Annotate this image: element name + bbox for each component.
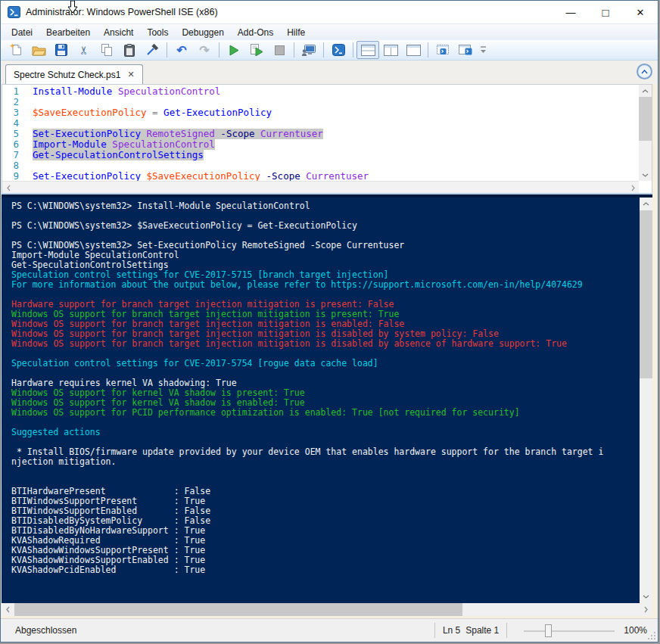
scroll-left-button[interactable] <box>2 603 14 616</box>
paste-button[interactable] <box>118 41 141 59</box>
chevron-left-icon <box>6 606 10 613</box>
scrollbar-thumb[interactable] <box>14 603 462 616</box>
scroll-down-button[interactable] <box>639 169 652 181</box>
start-powershell-exe-button[interactable] <box>327 41 350 59</box>
show-script-pane-button[interactable] <box>454 41 477 59</box>
status-bar: Abgeschlossen Ln 5 Spalte 1 100% <box>1 618 658 642</box>
menu-ansicht[interactable]: Ansicht <box>97 25 140 40</box>
resize-grip-icon[interactable] <box>648 632 656 640</box>
window-title: Administrator: Windows PowerShell ISE (x… <box>26 7 218 17</box>
scroll-left-button[interactable] <box>2 182 14 194</box>
undo-button[interactable]: ↶ <box>170 41 193 59</box>
console-line: KVAShadowPcidEnabled : True <box>11 565 640 575</box>
paste-clipboard-icon <box>124 44 135 57</box>
script-code: $SaveExecutionPolicy = Get-ExecutionPoli… <box>33 107 272 118</box>
script-pane-maximized-icon <box>406 45 421 56</box>
new-powershell-tab-button[interactable] <box>431 41 454 59</box>
editor-horizontal-scrollbar[interactable] <box>2 181 639 193</box>
scrollbar-thumb[interactable] <box>640 210 652 378</box>
line-number: 4 <box>2 118 33 129</box>
console-line: Suggested actions <box>11 428 640 437</box>
script-line: 5Set-ExecutionPolicy RemoteSigned -Scope… <box>2 129 639 139</box>
script-line: 6Import-Module SpeculationControl <box>2 139 639 150</box>
toolbar-separator <box>167 42 167 58</box>
show-script-pane-maximized-button[interactable] <box>402 41 425 59</box>
zoom-slider-track <box>524 630 615 632</box>
console-line: Windows OS support for PCID performance … <box>11 408 640 418</box>
redo-button[interactable]: ↷ <box>193 41 216 59</box>
console-line: PS C:\WINDOWS\system32> Install-Module S… <box>11 201 640 211</box>
script-pane-top-icon <box>361 45 375 56</box>
minimize-button[interactable]: — <box>553 1 588 23</box>
scroll-right-button[interactable] <box>640 603 652 616</box>
new-remote-powershell-tab-button[interactable] <box>297 41 320 59</box>
show-script-pane-right-button[interactable] <box>379 41 402 59</box>
maximize-button[interactable]: □ <box>588 1 623 23</box>
close-button[interactable]: ✕ <box>623 1 658 23</box>
console-line: Windows OS support for branch target inj… <box>11 339 640 349</box>
run-selection-button[interactable] <box>245 41 268 59</box>
menu-tools[interactable]: Tools <box>140 25 175 40</box>
mouse-cursor-down-arrow-icon <box>67 1 78 14</box>
menu-hilfe[interactable]: Hilfe <box>280 25 312 40</box>
zoom-slider-thumb[interactable] <box>545 624 552 637</box>
toolbar-separator <box>219 42 219 58</box>
menu-bearbeiten[interactable]: Bearbeiten <box>39 25 97 40</box>
status-separator <box>506 623 507 638</box>
console-vertical-scrollbar[interactable] <box>640 198 652 603</box>
save-script-button[interactable] <box>50 41 73 59</box>
show-script-pane-top-button[interactable] <box>356 41 379 59</box>
menu-datei[interactable]: Datei <box>5 25 39 40</box>
powershell-ise-window: Administrator: Windows PowerShell ISE (x… <box>0 0 658 642</box>
scroll-up-button[interactable] <box>640 198 652 210</box>
run-script-icon <box>229 45 239 56</box>
scrollbar-thumb[interactable] <box>639 97 652 141</box>
toolbar-options-button[interactable] <box>477 41 489 59</box>
toolbar-separator <box>353 42 353 58</box>
collapse-script-pane-button[interactable] <box>637 64 652 79</box>
line-number: 8 <box>2 160 33 171</box>
line-number: 2 <box>2 97 33 107</box>
status-bar-right: Ln 5 Spalte 1 100% <box>427 623 647 638</box>
stop-operation-button[interactable] <box>268 41 291 59</box>
scroll-down-button[interactable] <box>640 590 652 603</box>
tab-spectre-schutz-check[interactable]: Spectre Schutz Check.ps1 ✕ <box>5 64 143 84</box>
script-line: 7Get-SpeculationControlSettings <box>2 150 639 160</box>
open-script-button[interactable] <box>27 41 50 59</box>
script-editor[interactable]: 1Install-Module SpeculationControl23$Sav… <box>2 86 639 181</box>
script-editor-pane: 1Install-Module SpeculationControl23$Sav… <box>2 84 652 193</box>
toolbar-separator <box>294 42 294 58</box>
script-line: 1Install-Module SpeculationControl <box>2 86 639 97</box>
script-line: 8 <box>2 160 639 171</box>
line-number: 3 <box>2 107 33 118</box>
copy-button[interactable] <box>95 41 118 59</box>
redo-icon: ↷ <box>199 43 209 58</box>
line-number: 5 <box>2 129 33 139</box>
menu-add-ons[interactable]: Add-Ons <box>231 25 280 40</box>
scroll-right-button[interactable] <box>627 182 639 194</box>
cut-button[interactable]: ✂ <box>73 41 95 59</box>
powershell-app-icon <box>8 6 20 18</box>
chevron-up-icon <box>643 202 649 206</box>
console-pane[interactable]: PS C:\WINDOWS\system32> Install-Module S… <box>2 198 640 603</box>
script-line: 4 <box>2 118 639 129</box>
tab-close-icon[interactable]: ✕ <box>127 70 134 79</box>
new-powershell-tab-icon <box>436 44 450 56</box>
chevron-left-icon <box>7 185 11 191</box>
zoom-slider[interactable] <box>524 624 615 637</box>
powershell-console-icon <box>332 44 345 56</box>
console-horizontal-scrollbar[interactable] <box>2 603 652 616</box>
clear-console-button[interactable] <box>141 41 163 59</box>
scroll-up-button[interactable] <box>639 85 652 97</box>
new-script-button[interactable] <box>5 41 27 59</box>
script-tab-strip: Spectre Schutz Check.ps1 ✕ <box>1 61 658 84</box>
script-code: Set-ExecutionPolicy $SaveExecutionPolicy… <box>33 171 369 181</box>
script-line: 2 <box>2 97 639 107</box>
console-pane-block: PS C:\WINDOWS\system32> Install-Module S… <box>2 194 652 616</box>
script-pane-right-icon <box>384 45 398 56</box>
save-floppy-icon <box>55 44 67 56</box>
toolbar-separator <box>428 42 428 58</box>
run-script-button[interactable] <box>223 41 245 59</box>
editor-vertical-scrollbar[interactable] <box>639 85 652 181</box>
menu-debuggen[interactable]: Debuggen <box>175 25 230 40</box>
